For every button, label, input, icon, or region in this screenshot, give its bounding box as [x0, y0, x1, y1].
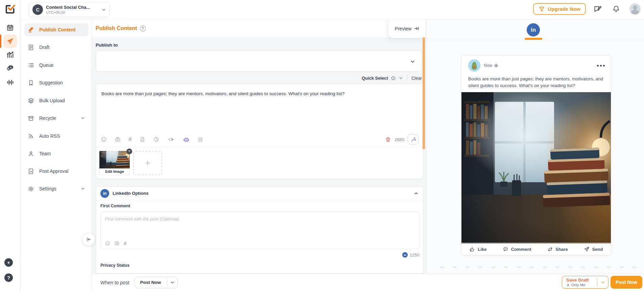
emoji-icon[interactable] — [105, 241, 110, 246]
help-tooltip-icon[interactable]: ? — [140, 26, 146, 31]
chevron-down-icon — [600, 280, 605, 285]
preview-action-bar: Like Comment Share — [461, 243, 611, 255]
sidebar-item-label: Settings — [39, 186, 75, 191]
audio-waveform-icon[interactable] — [3, 76, 17, 89]
media-thumbnail[interactable]: Edit Image × — [99, 151, 130, 175]
analytics-icon[interactable] — [3, 48, 17, 61]
camera-icon[interactable] — [115, 136, 121, 142]
when-to-post-value: Post Now — [135, 280, 167, 285]
upgrade-now-button[interactable]: Upgrade Now — [533, 3, 586, 15]
linkedin-tab[interactable]: in — [527, 23, 540, 36]
sidebar-item-recycle[interactable]: Recycle — [24, 112, 89, 125]
sidebar-item-publish-content[interactable]: Publish Content — [24, 23, 89, 36]
remove-media-icon[interactable]: × — [126, 149, 132, 154]
sidebar-item-bulk-upload[interactable]: Bulk Upload — [24, 94, 89, 107]
like-button[interactable]: Like — [470, 246, 487, 252]
sidebar-item-draft[interactable]: Draft — [24, 41, 89, 54]
icon-rail: + ? — [0, 0, 20, 291]
preview-panel: in Now — [426, 19, 644, 291]
app-root: + ? C Content Social Cha... UTC+05:00 Up… — [0, 0, 644, 291]
hashtag-icon[interactable]: # — [128, 136, 132, 143]
linkedin-options-title: LinkedIn Options — [113, 191, 410, 196]
comment-button[interactable]: Comment — [503, 246, 531, 252]
workspace-selector[interactable]: C Content Social Cha... UTC+05:00 — [29, 2, 110, 17]
person-icon — [566, 283, 570, 287]
save-draft-label: Save Draft — [566, 277, 597, 283]
document-icon[interactable] — [139, 136, 145, 142]
queue-list-icon — [28, 62, 34, 69]
sidebar-item-settings[interactable]: Settings — [24, 182, 89, 195]
add-media-button[interactable]: + — [133, 151, 162, 175]
notifications-bell-icon[interactable] — [612, 5, 620, 13]
send-button[interactable]: Send — [584, 246, 603, 252]
plus-icon: + — [145, 158, 150, 168]
top-bar: C Content Social Cha... UTC+05:00 Upgrad… — [20, 0, 644, 19]
add-workspace-button[interactable]: + — [4, 258, 13, 267]
save-draft-dropdown[interactable] — [597, 280, 608, 285]
linkedin-options-header[interactable]: in LinkedIn Options — [96, 187, 423, 200]
sidebar-collapse-button[interactable] — [82, 233, 95, 246]
repost-arrows-icon — [547, 246, 553, 252]
utm-plug-icon[interactable] — [167, 136, 175, 142]
document-check-icon — [28, 168, 34, 175]
publish-to-select[interactable] — [96, 51, 422, 72]
chevron-up-icon[interactable] — [413, 191, 419, 196]
ai-wand-button[interactable] — [408, 134, 419, 144]
help-button[interactable]: ? — [4, 273, 13, 282]
emoji-icon[interactable] — [101, 136, 107, 142]
character-count: 1250 — [410, 253, 420, 258]
clear-selection-button[interactable]: Clear — [411, 76, 422, 81]
sidebar-item-post-approval[interactable]: Post Approval — [24, 165, 89, 178]
question-icon: ? — [7, 275, 10, 281]
split-rows-icon[interactable] — [197, 136, 204, 142]
pencil-icon — [28, 27, 34, 33]
user-avatar[interactable] — [629, 3, 641, 15]
first-comment-box: # — [100, 211, 420, 249]
post-text-editor[interactable]: Books are more than just pages; they are… — [96, 84, 423, 132]
when-to-post-select[interactable]: Post Now — [135, 277, 178, 288]
post-menu-icon[interactable] — [597, 65, 605, 67]
sidebar-item-label: Draft — [39, 45, 85, 50]
trophy-icon — [539, 6, 545, 12]
content-scrollbar[interactable] — [423, 37, 425, 149]
sidebar-item-suggestion[interactable]: Suggestion — [24, 76, 89, 89]
divider — [407, 75, 407, 81]
preview-post-header: Now — [461, 55, 612, 76]
save-draft-button[interactable]: Save Draft Only Me — [562, 276, 609, 289]
main-content: Publish Content ? Preview Publish to Qui… — [92, 19, 426, 291]
publish-sidebar: Publish Content Draft Queue Suggestion B… — [20, 19, 92, 291]
post-time-label: Now — [484, 63, 492, 68]
sidebar-item-label: Team — [39, 151, 85, 156]
archive-box-icon — [28, 115, 34, 122]
sidebar-item-auto-rss[interactable]: Auto RSS — [24, 130, 89, 142]
active-tab-indicator — [525, 38, 542, 40]
first-comment-count-row: in 1250 — [100, 252, 420, 258]
profile-avatar — [468, 59, 480, 72]
preview-toggle-button[interactable]: Preview — [388, 19, 426, 38]
share-button[interactable]: Share — [547, 246, 568, 252]
inbox-chat-icon[interactable] — [3, 61, 17, 75]
ai-bot-icon[interactable] — [183, 136, 190, 143]
hashtag-icon[interactable]: # — [124, 240, 126, 246]
publish-paper-plane-icon[interactable] — [3, 34, 17, 48]
delete-post-icon[interactable] — [385, 136, 391, 142]
post-now-button[interactable]: Post Now — [611, 276, 642, 289]
pie-chart-icon[interactable] — [153, 136, 159, 142]
sidebar-item-queue[interactable]: Queue — [24, 59, 89, 72]
linkedin-icon: in — [100, 189, 109, 198]
composer-toolbar: # — [96, 132, 423, 147]
camera-icon[interactable] — [114, 241, 120, 246]
first-comment-toolbar: # — [105, 240, 126, 246]
edit-image-button[interactable]: Edit Image — [99, 168, 130, 175]
planner-calendar-icon[interactable] — [3, 21, 17, 34]
quick-select-row: Quick Select Clear — [96, 74, 422, 82]
quick-select-button[interactable]: Quick Select — [362, 76, 388, 81]
chevron-down-icon[interactable] — [399, 76, 403, 80]
sidebar-item-team[interactable]: Team — [24, 147, 89, 160]
chevron-down-icon — [101, 7, 106, 12]
first-comment-input[interactable] — [101, 212, 419, 238]
feedback-message-icon[interactable] — [593, 5, 602, 14]
main-header: Publish Content ? — [92, 19, 426, 38]
attached-image — [99, 151, 130, 168]
info-icon[interactable] — [391, 76, 396, 81]
